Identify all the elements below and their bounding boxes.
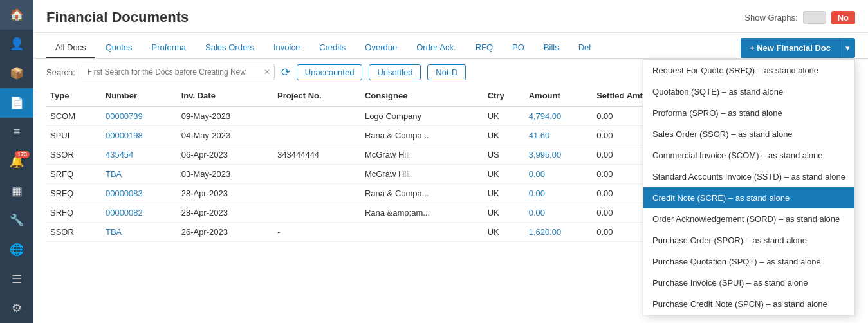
- cell-amount: 1,620.00: [525, 223, 593, 242]
- search-box: ✕: [82, 64, 275, 80]
- tab-order-ack[interactable]: Order Ack.: [407, 38, 465, 58]
- dropdown-item-rfq[interactable]: Request For Quote (SRFQ) – as stand alon…: [643, 60, 854, 81]
- cell-consignee: Rana &amp;am...: [361, 203, 484, 223]
- tab-all-docs[interactable]: All Docs: [46, 38, 95, 58]
- col-amount: Amount: [525, 86, 593, 106]
- cell-inv_date: 28-Apr-2023: [178, 203, 273, 223]
- cell-project_no: -: [273, 223, 361, 242]
- tab-bills[interactable]: Bills: [535, 38, 568, 58]
- cell-amount: 41.60: [525, 126, 593, 145]
- dropdown-item-spui[interactable]: Purchase Invoice (SPUI) – as stand alone: [643, 272, 854, 293]
- cell-project_no: [273, 203, 361, 223]
- cell-project_no: [273, 106, 361, 126]
- cell-ctry: US: [484, 145, 525, 165]
- list-icon: ☰: [12, 272, 22, 286]
- cell-number: 00000739: [102, 106, 178, 126]
- home-icon: 🏠: [10, 8, 24, 22]
- dropdown-item-spqt[interactable]: Purchase Quotation (SPQT) – as stand alo…: [643, 251, 854, 272]
- cell-ctry: UK: [484, 126, 525, 145]
- search-input[interactable]: [82, 64, 260, 80]
- col-inv-date: Inv. Date: [178, 86, 273, 106]
- cell-project_no: 343444444: [273, 145, 361, 165]
- cell-project_no: [273, 126, 361, 145]
- cell-consignee: McGraw Hill: [361, 165, 484, 184]
- dropdown-item-sqte[interactable]: Quotation (SQTE) – as stand alone: [643, 81, 854, 102]
- tab-invoice[interactable]: Invoice: [264, 38, 309, 58]
- tab-sales-orders[interactable]: Sales Orders: [196, 38, 263, 58]
- cell-type: SCOM: [46, 106, 102, 126]
- sidebar-item-document[interactable]: 📄: [0, 88, 33, 118]
- page-title: Financial Documents: [46, 9, 189, 26]
- sidebar-item-layers[interactable]: ≡: [0, 118, 33, 147]
- tab-del[interactable]: Del: [569, 38, 600, 58]
- search-clear-icon[interactable]: ✕: [260, 65, 274, 79]
- box-icon: 📦: [10, 66, 24, 80]
- tab-quotes[interactable]: Quotes: [97, 38, 142, 58]
- dropdown-arrow-icon: ▾: [845, 43, 850, 53]
- tab-po[interactable]: PO: [503, 38, 533, 58]
- dropdown-item-scre[interactable]: Credit Note (SCRE) – as stand alone: [643, 187, 854, 208]
- cell-number: TBA: [102, 223, 178, 242]
- cell-type: SPUI: [46, 126, 102, 145]
- col-type: Type: [46, 86, 102, 106]
- sidebar-item-tool[interactable]: 🔧: [0, 205, 33, 235]
- col-project-no: Project No.: [273, 86, 361, 106]
- cell-consignee: Logo Company: [361, 106, 484, 126]
- cell-inv_date: 26-Apr-2023: [178, 223, 273, 242]
- tree-icon: 🌐: [10, 243, 24, 257]
- dropdown-item-sord[interactable]: Order Acknowledgement (SORD) – as stand …: [643, 208, 854, 230]
- sidebar-item-user[interactable]: 👤: [0, 30, 33, 59]
- cell-inv_date: 09-May-2023: [178, 106, 273, 126]
- unaccounted-filter-button[interactable]: Unaccounted: [297, 64, 363, 80]
- cell-ctry: UK: [484, 165, 525, 184]
- sidebar-item-list[interactable]: ☰: [0, 264, 33, 294]
- new-doc-dropdown-toggle[interactable]: ▾: [840, 38, 855, 58]
- cell-number: TBA: [102, 165, 178, 184]
- sidebar-item-bell[interactable]: 🔔 173: [0, 147, 33, 176]
- cell-number: 00000082: [102, 203, 178, 223]
- cell-inv_date: 28-Apr-2023: [178, 184, 273, 203]
- sidebar-item-grid[interactable]: ▦: [0, 176, 33, 206]
- dropdown-item-scom[interactable]: Commercial Invoice (SCOM) – as stand alo…: [643, 145, 854, 166]
- sidebar-item-box[interactable]: 📦: [0, 59, 33, 88]
- dropdown-item-spcn[interactable]: Purchase Credit Note (SPCN) – as stand a…: [643, 293, 854, 315]
- new-doc-dropdown-menu: Request For Quote (SRFQ) – as stand alon…: [643, 59, 855, 315]
- cell-amount: 0.00: [525, 203, 593, 223]
- col-number: Number: [102, 86, 178, 106]
- dropdown-item-ssor[interactable]: Sales Order (SSOR) – as stand alone: [643, 124, 854, 145]
- cell-consignee: Rana & Compa...: [361, 126, 484, 145]
- sidebar-item-tree[interactable]: 🌐: [0, 235, 33, 264]
- refresh-button[interactable]: ⟳: [281, 66, 290, 79]
- tool-icon: 🔧: [10, 213, 24, 227]
- page-header: Financial Documents Show Graphs: No: [33, 0, 868, 33]
- document-icon: 📄: [10, 96, 24, 110]
- cell-inv_date: 03-May-2023: [178, 165, 273, 184]
- unsettled-filter-button[interactable]: Unsettled: [369, 64, 421, 80]
- cell-consignee: Rana & Compa...: [361, 184, 484, 203]
- col-consignee: Consignee: [361, 86, 484, 106]
- graphs-no-button[interactable]: No: [831, 11, 855, 24]
- tab-rfq[interactable]: RFQ: [466, 38, 502, 58]
- dropdown-item-sstd[interactable]: Standard Accounts Invoice (SSTD) – as st…: [643, 166, 854, 187]
- not-d-filter-button[interactable]: Not-D: [427, 64, 466, 80]
- layers-icon: ≡: [14, 125, 21, 139]
- col-ctry: Ctry: [484, 86, 525, 106]
- dropdown-item-spor[interactable]: Purchase Order (SPOR) – as stand alone: [643, 230, 854, 251]
- main-content: Financial Documents Show Graphs: No All …: [33, 0, 868, 323]
- tab-overdue[interactable]: Overdue: [356, 38, 406, 58]
- graphs-toggle[interactable]: [803, 11, 826, 24]
- tab-credits[interactable]: Credits: [310, 38, 355, 58]
- sidebar-item-settings[interactable]: ⚙: [0, 293, 33, 323]
- new-financial-doc-button[interactable]: + New Financial Doc: [741, 38, 840, 58]
- new-doc-group: + New Financial Doc ▾: [741, 38, 855, 58]
- user-icon: 👤: [10, 37, 24, 51]
- cell-number: 00000083: [102, 184, 178, 203]
- new-doc-button-wrap: + New Financial Doc ▾ Request For Quote …: [741, 38, 855, 58]
- sidebar-item-home[interactable]: 🏠: [0, 0, 33, 30]
- cell-ctry: UK: [484, 184, 525, 203]
- tab-proforma[interactable]: Proforma: [143, 38, 195, 58]
- dropdown-item-spro[interactable]: Proforma (SPRO) – as stand alone: [643, 102, 854, 124]
- cell-ctry: UK: [484, 106, 525, 126]
- cell-consignee: [361, 223, 484, 242]
- cell-number: 00000198: [102, 126, 178, 145]
